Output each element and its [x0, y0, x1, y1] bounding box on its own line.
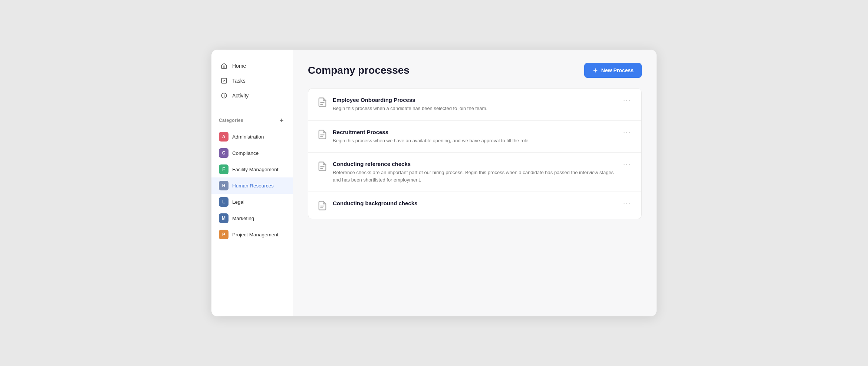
process-item-recruitment[interactable]: Recruitment Process Begin this process w…	[308, 121, 641, 153]
process-menu-button[interactable]: ···	[622, 129, 632, 136]
home-icon	[220, 62, 228, 70]
process-item-onboarding[interactable]: Employee Onboarding Process Begin this p…	[308, 89, 641, 121]
sidebar-item-administration[interactable]: A Administration	[211, 129, 293, 145]
new-process-label: New Process	[601, 67, 634, 73]
marketing-label: Marketing	[232, 216, 254, 221]
process-content: Employee Onboarding Process Begin this p…	[317, 97, 622, 112]
main-header: Company processes New Process	[308, 63, 642, 78]
new-process-button[interactable]: New Process	[584, 63, 642, 78]
process-content: Conducting reference checks Reference ch…	[317, 161, 622, 183]
categories-add-button[interactable]	[278, 117, 285, 124]
marketing-badge: M	[219, 213, 228, 223]
administration-badge: A	[219, 132, 228, 142]
process-text: Conducting reference checks Reference ch…	[333, 161, 622, 183]
sidebar: Home Tasks Activity	[211, 50, 293, 316]
process-content: Recruitment Process Begin this process w…	[317, 129, 622, 144]
sidebar-item-project[interactable]: P Project Management	[211, 226, 293, 243]
sidebar-item-facility[interactable]: F Facility Management	[211, 161, 293, 177]
document-icon	[317, 97, 328, 107]
sidebar-item-tasks[interactable]: Tasks	[216, 73, 288, 88]
process-text: Recruitment Process Begin this process w…	[333, 129, 622, 144]
document-icon	[317, 161, 328, 172]
sidebar-nav: Home Tasks Activity	[211, 59, 293, 103]
sidebar-item-compliance[interactable]: C Compliance	[211, 145, 293, 161]
process-menu-button[interactable]: ···	[622, 161, 632, 167]
legal-badge: L	[219, 197, 228, 207]
categories-label: Categories	[219, 118, 243, 123]
administration-label: Administration	[232, 134, 264, 140]
categories-header: Categories	[211, 115, 293, 129]
process-description: Begin this process when we have an avail…	[333, 137, 622, 144]
page-title: Company processes	[308, 64, 410, 76]
compliance-badge: C	[219, 148, 228, 158]
process-content: Conducting background checks	[317, 200, 622, 211]
compliance-label: Compliance	[232, 150, 259, 156]
process-description: Reference checks are an important part o…	[333, 169, 622, 183]
sidebar-item-activity[interactable]: Activity	[216, 88, 288, 103]
document-icon	[317, 129, 328, 140]
project-label: Project Management	[232, 232, 279, 237]
facility-label: Facility Management	[232, 167, 279, 172]
main-content: Company processes New Process	[293, 50, 657, 316]
legal-label: Legal	[232, 199, 244, 205]
hr-badge: H	[219, 181, 228, 190]
hr-label: Human Resources	[232, 183, 274, 189]
app-container: Home Tasks Activity	[211, 50, 657, 316]
process-list: Employee Onboarding Process Begin this p…	[308, 88, 642, 219]
process-item-reference-checks[interactable]: Conducting reference checks Reference ch…	[308, 153, 641, 192]
process-name: Recruitment Process	[333, 129, 622, 135]
sidebar-item-legal[interactable]: L Legal	[211, 194, 293, 210]
categories-list: A Administration C Compliance F Facility…	[211, 129, 293, 243]
process-menu-button[interactable]: ···	[622, 200, 632, 207]
project-badge: P	[219, 230, 228, 239]
tasks-icon	[220, 77, 228, 84]
sidebar-item-marketing[interactable]: M Marketing	[211, 210, 293, 226]
process-description: Begin this process when a candidate has …	[333, 105, 622, 112]
sidebar-divider	[217, 109, 287, 109]
sidebar-item-tasks-label: Tasks	[232, 78, 246, 84]
process-name: Employee Onboarding Process	[333, 97, 622, 103]
activity-icon	[220, 92, 228, 99]
sidebar-item-activity-label: Activity	[232, 93, 249, 99]
sidebar-item-home[interactable]: Home	[216, 59, 288, 73]
sidebar-item-home-label: Home	[232, 63, 246, 69]
plus-icon	[592, 67, 598, 73]
document-icon	[317, 200, 328, 211]
process-text: Conducting background checks	[333, 200, 622, 208]
facility-badge: F	[219, 164, 228, 174]
process-item-background-checks[interactable]: Conducting background checks ···	[308, 192, 641, 219]
process-name: Conducting reference checks	[333, 161, 622, 167]
sidebar-item-hr[interactable]: H Human Resources	[211, 177, 293, 194]
process-name: Conducting background checks	[333, 200, 622, 206]
process-menu-button[interactable]: ···	[622, 97, 632, 103]
process-text: Employee Onboarding Process Begin this p…	[333, 97, 622, 112]
